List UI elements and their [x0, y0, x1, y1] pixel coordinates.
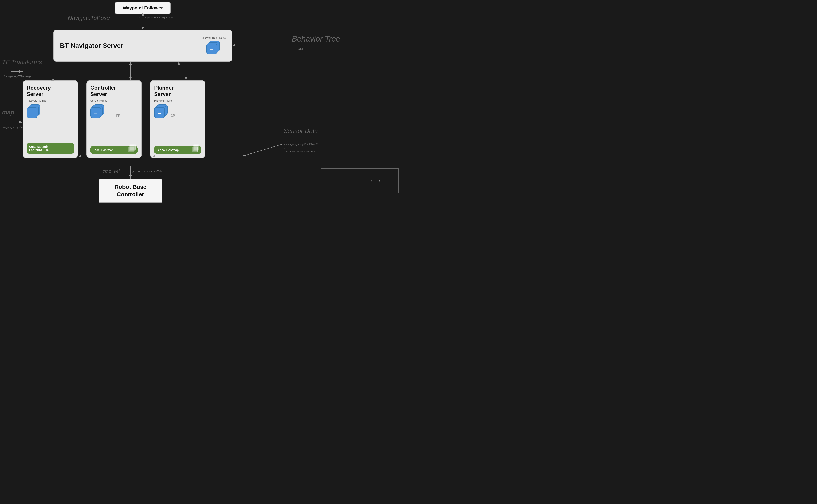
local-costmap-box: Local Costmap — [90, 146, 138, 154]
sensor-msgs4-dots: ... — [284, 154, 286, 157]
gccard-3 — [192, 147, 198, 152]
bt-to-recovery-arrow — [50, 62, 78, 80]
robot-base-controller-box: Robot BaseController — [99, 179, 162, 203]
controller-server-box: ControllerServer Control Plugins ... Loc… — [86, 80, 142, 158]
behavior-tree-label: Behavior Tree — [292, 35, 340, 43]
lccard-3 — [128, 147, 134, 152]
sensor-to-global-arrow — [242, 144, 284, 156]
legend-box: → ←→ — [321, 168, 399, 193]
fp-label: FP — [116, 114, 120, 118]
planner-server-title: PlannerServer — [154, 85, 174, 97]
controller-plugin-stack-icon: ... — [90, 104, 105, 119]
nav2-msgs-label: nav2_msgs/action/NavigateToPose — [136, 16, 177, 19]
servers-row: RecoveryServer Recovery Plugins ... Cost… — [23, 80, 205, 158]
cmd-vel-label: cmd_vel — [103, 168, 120, 174]
legend-arrow2-icon: ←→ — [370, 178, 381, 184]
xml-label: XML — [298, 47, 305, 51]
recovery-plugins-label: Recovery Plugins — [27, 99, 46, 102]
waypoint-follower-box: Waypoint Follower — [115, 2, 171, 14]
local-costmap-label: Local Costmap — [93, 148, 113, 152]
bt-navigator-title: BT Navigator Server — [60, 42, 202, 50]
sensor-msgs2-dots: ... — [284, 146, 286, 149]
global-costmap-icon — [192, 144, 200, 152]
legend-arrow1-icon: → — [338, 178, 344, 184]
recovery-costmap-box: Costmap Sub.Footprint Sub. — [27, 143, 74, 154]
rcard-3: ... — [27, 107, 37, 118]
global-costmap-label: Global Costmap — [157, 148, 179, 152]
recovery-costmap-label: Costmap Sub.Footprint Sub. — [29, 145, 49, 152]
control-plugins-label: Control Plugins — [90, 99, 107, 102]
bt-plugins-label: Behavior Tree Plugins — [202, 37, 226, 39]
recovery-server-title: RecoveryServer — [27, 85, 51, 97]
sensor-msgs1: sensor_msgs/msg/PointCloud2 — [284, 143, 318, 146]
global-costmap-box: Global Costmap — [154, 146, 201, 154]
recovery-plugin-stack-icon: ... — [27, 104, 41, 119]
geometry-msgs-label: geometry_msgs/msg/Twist — [132, 170, 163, 173]
map-arrow-icon: → — [2, 121, 5, 125]
ccard-3: ... — [90, 107, 101, 118]
tf-arrow-icon: → — [2, 71, 5, 75]
planner-server-box: PlannerServer Planning Plugins ... Globa… — [150, 80, 205, 158]
map-label: map — [2, 109, 14, 116]
controller-server-title: ControllerServer — [90, 85, 116, 97]
planner-plugin-stack-icon: ... — [154, 104, 168, 119]
cp-label: CP — [171, 114, 175, 118]
sensor-msgs3: sensor_msgs/msg/LaserScan — [284, 150, 316, 153]
bt-to-planner-arrow — [179, 62, 186, 80]
sensor-data-label: Sensor Data — [284, 127, 318, 134]
tf-msgs-label: tf2_msgs/msg/TFMessage — [2, 75, 31, 78]
planning-plugins-label: Planning Plugins — [154, 99, 172, 102]
bt-plugins-area: Behavior Tree Plugins ... — [202, 37, 226, 55]
nav-to-pose-label: NavigateToPose — [68, 15, 110, 21]
plugin-card-3: ... — [206, 44, 217, 54]
recovery-server-box: RecoveryServer Recovery Plugins ... Cost… — [23, 80, 78, 158]
local-costmap-icon — [128, 144, 136, 152]
bt-plugin-stack-icon: ... — [206, 41, 221, 55]
tf-transforms-label: TF Transforms — [2, 59, 42, 66]
bt-navigator-box: BT Navigator Server Behavior Tree Plugin… — [53, 30, 232, 62]
pcard-3: ... — [154, 107, 165, 118]
